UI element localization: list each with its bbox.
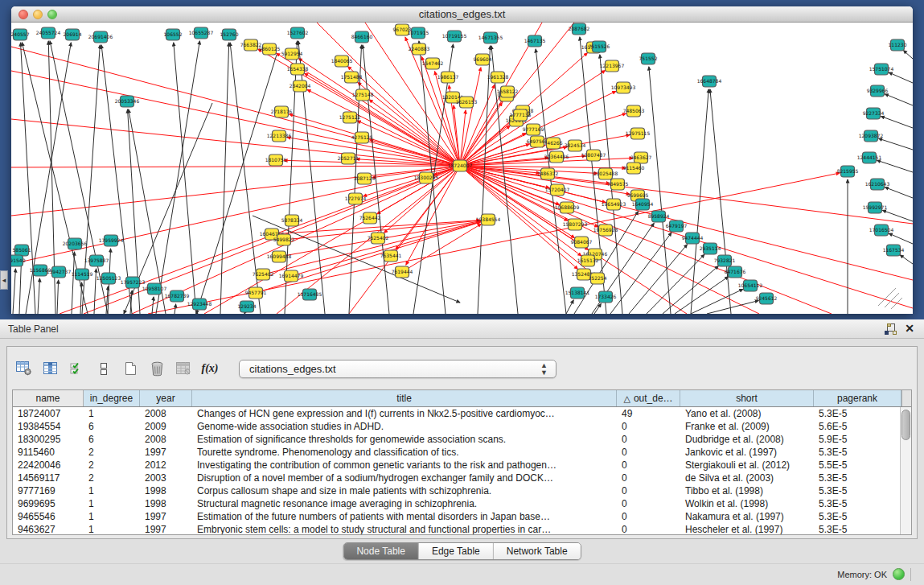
network-node[interactable]: 16648784 (697, 76, 722, 87)
network-node[interactable]: 15138141 (565, 287, 590, 299)
network-node[interactable]: 1733426 (595, 291, 617, 303)
column-header-name[interactable]: name (13, 390, 84, 406)
network-node[interactable]: 16782739 (165, 290, 190, 302)
table-row[interactable]: 969969511998Structural magnetic resonanc… (13, 497, 900, 510)
network-node[interactable]: 3087124 (354, 173, 376, 184)
network-node[interactable]: 1167534 (883, 245, 905, 256)
network-node[interactable]: 206914 (64, 29, 82, 40)
table-row[interactable]: 946362711997Embryonic stem cells: a mode… (13, 523, 900, 535)
network-node[interactable]: 8466160 (351, 31, 373, 43)
table-row[interactable]: 1872400712008Changes of HCN gene express… (13, 407, 900, 420)
network-node[interactable]: 106552 (164, 29, 183, 40)
network-node[interactable]: 9227334 (863, 108, 885, 119)
network-node[interactable]: 9860125 (259, 43, 281, 55)
table-row[interactable]: 911546021997Tourette syndrome. Phenomeno… (13, 446, 900, 459)
network-node[interactable]: 16210643 (865, 179, 890, 190)
select-rows-button[interactable] (67, 356, 88, 381)
network-node[interactable]: 15992971 (863, 202, 888, 213)
network-node[interactable]: 1961328 (487, 72, 509, 83)
panel-collapse-handle[interactable]: ◂ (0, 270, 8, 290)
network-node[interactable]: 129234 (238, 301, 257, 312)
network-node[interactable]: 7625402 (253, 269, 274, 280)
network-canvas[interactable]: 1872400716154808122139671097349374850631… (11, 23, 913, 314)
network-node[interactable]: 1727974 (345, 193, 367, 204)
network-node[interactable]: 9084067 (571, 237, 593, 248)
network-node[interactable]: 7525402 (368, 233, 389, 244)
network-node[interactable]: 969604 (474, 54, 492, 65)
network-node[interactable]: 12444151 (857, 152, 882, 163)
column-header-title[interactable]: title (192, 390, 617, 406)
network-node[interactable]: 1071915 (408, 27, 429, 39)
network-node[interactable]: 10025488 (593, 168, 618, 179)
table-selector-dropdown[interactable]: citations_edges.txt▲▼ (239, 360, 556, 378)
network-node[interactable]: 10655287 (189, 27, 214, 39)
network-node[interactable]: 10958107 (142, 283, 167, 295)
float-window-icon[interactable] (885, 323, 897, 335)
memory-status-indicator[interactable] (893, 568, 905, 580)
table-row[interactable]: 977716911998Corpus callosum shape and si… (13, 484, 900, 497)
network-node[interactable]: 1810755 (265, 154, 287, 166)
table-row[interactable]: 2242004622012Investigating the contribut… (13, 459, 900, 472)
tab-node-table[interactable]: Node Table (343, 543, 418, 559)
network-node[interactable]: 111230 (889, 39, 907, 51)
table-row[interactable]: 1456911722003Disruption of a novel membe… (13, 472, 900, 484)
network-node[interactable]: 16099488 (267, 251, 292, 262)
network-node[interactable]: 2935114 (700, 243, 721, 254)
network-node[interactable]: 1986137 (437, 72, 459, 83)
network-node[interactable]: 14671355 (478, 32, 503, 43)
table-row[interactable]: 1830029562008Estimation of significance … (13, 433, 900, 446)
network-node[interactable]: 9329966 (867, 85, 889, 97)
network-node[interactable]: 12975115 (626, 128, 651, 139)
network-node[interactable]: 5878334 (281, 215, 303, 226)
network-node[interactable]: 16914479 (279, 270, 304, 282)
network-node[interactable]: 13942737 (47, 266, 72, 278)
network-node[interactable]: 8958924 (648, 211, 670, 222)
network-node[interactable]: 2087682 (569, 23, 590, 35)
network-node[interactable]: 1114519 (72, 269, 93, 280)
window-titlebar[interactable]: citations_edges.txt (11, 6, 913, 23)
network-node[interactable]: 9245612 (756, 293, 778, 304)
network-node[interactable]: 240557 (11, 29, 30, 40)
network-node[interactable]: 585061 (13, 245, 31, 256)
column-header-short[interactable]: short (680, 390, 814, 406)
network-node[interactable]: 6479197 (666, 220, 688, 232)
network-node[interactable]: 20053346 (115, 96, 140, 107)
network-node[interactable]: 19756928 (593, 225, 618, 236)
network-node[interactable]: 12213967 (600, 60, 625, 72)
network-node[interactable]: 3824534 (565, 140, 586, 151)
create-table-button[interactable] (120, 356, 141, 381)
network-node[interactable]: 746266 (544, 138, 563, 149)
column-header-pagerank[interactable]: pagerank (814, 390, 901, 406)
network-node[interactable]: 7485063 (623, 105, 645, 117)
tab-edge-table[interactable]: Edge Table (418, 543, 493, 559)
network-node[interactable]: 1640954 (632, 199, 654, 210)
network-node[interactable]: 19654923 (602, 199, 626, 210)
network-node[interactable]: 152760 (220, 29, 239, 40)
network-node[interactable]: 24055724 (36, 27, 61, 39)
column-header-in_degree[interactable]: in_degree (84, 390, 140, 406)
show-column-button[interactable] (40, 356, 61, 381)
vertical-scrollbar[interactable] (900, 407, 911, 534)
network-node[interactable]: 7932821 (714, 255, 736, 266)
import-table-button[interactable] (173, 356, 194, 381)
network-node[interactable]: 12923448 (187, 299, 212, 310)
network-node[interactable]: 19384554 (476, 214, 501, 225)
network-node[interactable]: 12505123 (97, 273, 121, 284)
network-node[interactable]: 2240883 (409, 43, 430, 55)
network-node[interactable]: 752254 (589, 273, 607, 284)
table-settings-button[interactable] (14, 356, 35, 381)
network-node[interactable]: 13975887 (84, 255, 109, 266)
network-node[interactable]: 1751488 (341, 72, 363, 83)
network-node[interactable]: 2718176 (271, 106, 293, 117)
network-node[interactable]: 1467135 (524, 35, 546, 47)
network-node[interactable]: 7619444 (392, 266, 413, 278)
network-node[interactable]: 12213386 (267, 130, 292, 142)
network-node[interactable]: 1654338 (287, 64, 309, 75)
network-node[interactable]: 5499822 (273, 234, 295, 245)
network-node[interactable]: 391540 (11, 255, 26, 266)
delete-table-button[interactable] (146, 356, 167, 381)
network-node[interactable]: 7849575 (607, 179, 629, 190)
column-header-out_de[interactable]: △out_de… (617, 390, 680, 406)
scrollbar-thumb[interactable] (901, 410, 910, 440)
network-node[interactable]: 9457791 (245, 287, 267, 299)
